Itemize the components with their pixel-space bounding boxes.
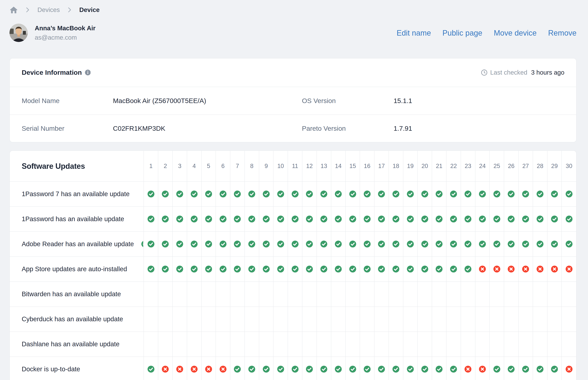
status-cell [548,307,562,332]
status-cell [245,207,259,232]
status-fail-icon [464,366,471,373]
status-cell [475,332,490,357]
status-cell [158,332,173,357]
public-page-link[interactable]: Public page [443,28,482,37]
status-cell [317,207,331,232]
day-column-header: 26 [504,151,518,182]
status-cell [173,257,187,282]
software-update-label: Cyberduck has an available update [22,315,123,323]
status-fail-icon [522,266,529,272]
status-cell [187,232,202,257]
status-cell [548,257,562,282]
status-cell [432,332,446,357]
status-pass-icon [176,190,183,197]
status-pass-icon [277,190,284,197]
status-cell [403,232,418,257]
status-cell [288,357,303,380]
device-information-header: Device Information Last checked 3 hours … [10,58,576,87]
status-pass-icon [436,216,443,222]
status-cell [446,357,461,380]
edit-name-link[interactable]: Edit name [397,28,431,37]
status-cell [533,332,548,357]
status-cell [259,332,274,357]
info-icon[interactable] [85,70,91,75]
day-column-header: 14 [331,151,346,182]
status-cell [504,332,518,357]
status-cell [432,282,446,307]
status-cell [475,182,490,207]
software-update-label: 1Password 7 has an available update [22,190,130,198]
status-pass-icon [277,241,284,247]
status-cell [403,207,418,232]
status-cell [403,282,418,307]
status-pass-icon [248,190,255,197]
chevron-right-icon [26,7,29,13]
status-pass-icon [421,216,428,222]
status-pass-icon [566,216,572,222]
status-cell [518,257,533,282]
breadcrumb-devices[interactable]: Devices [37,6,60,14]
status-cell [245,332,259,357]
status-cell [230,182,245,207]
status-cell [173,232,187,257]
status-cell [475,307,490,332]
status-pass-icon [277,216,284,222]
field-label: OS Version [302,97,393,105]
day-column-header: 20 [418,151,432,182]
status-cell [490,307,504,332]
status-cell [403,257,418,282]
status-cell [389,282,403,307]
day-column-header: 11 [288,151,303,182]
status-cell [331,357,346,380]
day-column-header: 23 [461,151,475,182]
status-pass-icon [162,266,169,272]
status-cell [461,307,475,332]
device-owner-email: as@acme.com [35,34,95,41]
day-column-header: 17 [374,151,389,182]
status-cell [389,357,403,380]
status-pass-icon [508,216,515,222]
day-column-header: 3 [173,151,187,182]
status-pass-icon [191,190,197,197]
status-cell [158,307,173,332]
status-cell [504,282,518,307]
remove-link[interactable]: Remove [548,28,576,37]
status-pass-icon [335,241,342,247]
status-pass-icon [335,190,342,197]
status-pass-icon [479,190,486,197]
status-cell [562,182,576,207]
status-pass-icon [306,216,313,222]
status-cell [518,232,533,257]
status-cell [418,232,432,257]
move-device-link[interactable]: Move device [494,28,536,37]
software-updates-card: Software Updates123456789101112131415161… [9,151,576,380]
status-cell [346,182,360,207]
home-icon[interactable] [9,6,18,14]
status-cell [288,282,303,307]
status-cell [346,207,360,232]
status-cell [187,207,202,232]
status-cell [158,357,173,380]
status-pass-icon [147,190,154,197]
status-cell [331,182,346,207]
status-pass-icon [335,266,342,272]
status-pass-icon [248,216,255,222]
device-name: Anna’s MacBook Air [35,25,95,32]
status-cell [461,257,475,282]
status-cell [216,232,230,257]
status-cell [490,332,504,357]
status-pass-icon [378,190,385,197]
day-column-header: 2 [158,151,173,182]
status-cell [173,207,187,232]
status-cell [303,357,317,380]
status-pass-icon [479,241,486,247]
status-pass-icon [464,216,471,222]
status-cell [418,357,432,380]
status-cell [562,307,576,332]
status-cell [259,232,274,257]
status-pass-icon [277,266,284,272]
status-cell [202,182,216,207]
status-cell [303,207,317,232]
status-cell [562,332,576,357]
day-column-header: 5 [202,151,216,182]
